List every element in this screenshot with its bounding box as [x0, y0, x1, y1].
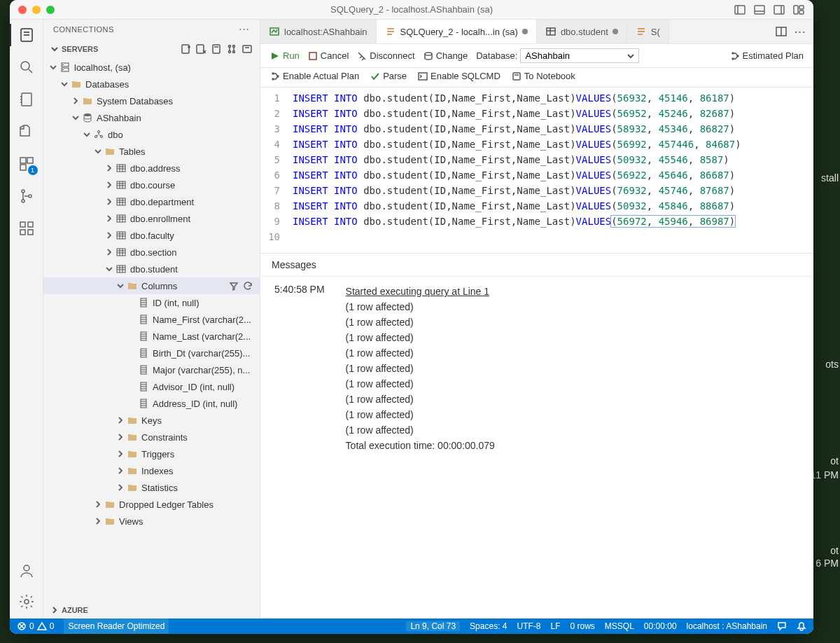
tree-item[interactable]: System Databases [43, 92, 260, 109]
tree-item[interactable]: Views [43, 513, 260, 530]
to-notebook-button[interactable]: To Notebook [512, 71, 575, 81]
tree-item[interactable]: Name_First (varchar(2... [43, 311, 260, 328]
source-control-icon[interactable] [17, 186, 36, 206]
status-spaces[interactable]: Spaces: 4 [470, 621, 507, 631]
status-position[interactable]: Ln 9, Col 73 [406, 621, 460, 631]
azure-section[interactable]: AZURE [43, 602, 260, 618]
tree-label: Address_ID (int, null) [153, 399, 237, 409]
status-language[interactable]: MSSQL [605, 621, 634, 631]
tree-item[interactable]: dbo.student [43, 261, 260, 277]
title-layout-icons [734, 4, 805, 16]
connections-icon[interactable] [17, 25, 36, 45]
split-icon[interactable] [775, 25, 788, 38]
tree-item[interactable]: Constraints [43, 429, 260, 445]
status-eol[interactable]: LF [550, 621, 560, 631]
tree-item[interactable]: dbo.course [43, 177, 260, 193]
feedback-icon[interactable] [777, 621, 787, 631]
svg-rect-26 [20, 230, 25, 235]
status-rows[interactable]: 0 rows [570, 621, 595, 631]
tree-item[interactable]: Statistics [43, 479, 260, 496]
status-encoding[interactable]: UTF-8 [517, 621, 540, 631]
tree-item[interactable]: localhost, (sa) [43, 59, 260, 76]
run-button[interactable]: Run [270, 50, 300, 61]
tree-item[interactable]: Name_Last (varchar(2... [43, 328, 260, 345]
minimize-icon[interactable] [32, 6, 41, 14]
tree-item[interactable]: Tables [43, 143, 260, 160]
panel-left-icon[interactable] [734, 4, 746, 16]
new-query-icon[interactable] [195, 43, 206, 55]
tab-query[interactable]: SQLQuery_2 - localh...in (sa) [377, 20, 537, 43]
chevron-right-icon [104, 247, 115, 257]
collapse-icon[interactable] [241, 43, 253, 55]
panel-right-icon[interactable] [773, 4, 785, 16]
tree-item[interactable]: AShahbain [43, 109, 260, 126]
notebooks-icon[interactable] [17, 90, 36, 109]
extensions-icon[interactable]: 1 [17, 154, 36, 174]
tree-item[interactable]: Databases [43, 76, 260, 92]
database-input[interactable] [520, 48, 639, 63]
disconnect-button[interactable]: Disconnect [357, 50, 414, 61]
filter-icon[interactable] [229, 281, 239, 291]
sqlcmd-button[interactable]: Enable SQLCMD [418, 71, 500, 81]
servers-section[interactable]: SERVERS [43, 39, 260, 59]
actual-plan-button[interactable]: Enable Actual Plan [270, 71, 359, 81]
layout-icon[interactable] [792, 4, 805, 16]
modified-dot-icon [612, 29, 618, 34]
svg-rect-72 [117, 232, 125, 239]
tree-item[interactable]: Columns [43, 277, 260, 294]
messages-tab[interactable]: Messages [260, 254, 813, 277]
bell-icon[interactable] [797, 621, 806, 631]
code-editor[interactable]: 1INSERT INTO dbo.student(ID,Name_First,N… [260, 88, 813, 253]
search-icon[interactable] [17, 57, 36, 77]
tree-item[interactable]: Advisor_ID (int, null) [43, 378, 260, 395]
chevron-down-icon [59, 79, 70, 89]
estimated-plan-button[interactable]: Estimated Plan [730, 50, 804, 61]
tree-item[interactable]: Major (varchar(255), n... [43, 361, 260, 378]
tree-item[interactable]: Indexes [43, 462, 260, 479]
tree-item[interactable]: Triggers [43, 445, 260, 462]
account-icon[interactable] [17, 561, 36, 581]
message-link[interactable]: Started executing query at Line 1 [346, 284, 495, 299]
settings-icon[interactable] [17, 592, 36, 611]
refresh-icon[interactable] [243, 281, 253, 291]
status-problems[interactable]: 00 [17, 621, 54, 631]
explorer-icon[interactable] [17, 122, 36, 141]
deploy-icon[interactable] [226, 43, 237, 55]
change-connection-button[interactable]: Change [424, 50, 468, 61]
new-notebook-icon[interactable] [211, 43, 222, 55]
maximize-icon[interactable] [46, 6, 55, 14]
tab-dashboard[interactable]: localhost:AShahbain [260, 20, 377, 43]
tree-item[interactable]: dbo.department [43, 193, 260, 210]
cancel-button[interactable]: Cancel [308, 50, 349, 61]
modified-dot-icon [522, 29, 528, 34]
tab-more-icon[interactable]: ··· [794, 27, 806, 37]
tree-label: localhost, (sa) [74, 62, 131, 73]
tree-item[interactable]: Birth_Dt (varchar(255)... [43, 345, 260, 361]
tab-extra[interactable]: S( [627, 20, 669, 43]
svg-point-133 [272, 73, 274, 74]
new-connection-icon[interactable] [180, 43, 191, 55]
tree-item[interactable]: dbo.enrollment [43, 210, 260, 227]
tree-item[interactable]: Keys [43, 412, 260, 429]
more-icon[interactable]: ··· [239, 25, 250, 34]
tree-item[interactable]: dbo.address [43, 160, 260, 177]
svg-rect-137 [513, 73, 520, 80]
svg-rect-62 [117, 198, 125, 205]
tree-item[interactable]: dbo.faculty [43, 227, 260, 244]
status-connection[interactable]: localhost : AShahbain [687, 621, 767, 631]
panel-bottom-icon[interactable] [753, 4, 766, 16]
parse-button[interactable]: Parse [370, 71, 407, 81]
tree-item[interactable]: dbo.section [43, 244, 260, 261]
svg-rect-27 [28, 230, 33, 235]
tree-item[interactable]: Address_ID (int, null) [43, 395, 260, 412]
tree-item[interactable]: ID (int, null) [43, 294, 260, 311]
tree-label: Tables [119, 146, 146, 157]
tree-item[interactable]: dbo [43, 126, 260, 143]
status-screen-reader[interactable]: Screen Reader Optimized [64, 618, 169, 634]
widgets-icon[interactable] [17, 219, 36, 238]
tree-item[interactable]: Dropped Ledger Tables [43, 496, 260, 513]
status-time[interactable]: 00:00:00 [644, 621, 677, 631]
tree-label: Name_Last (varchar(2... [153, 331, 251, 342]
tab-table[interactable]: dbo.student [537, 20, 627, 43]
close-icon[interactable] [18, 6, 27, 14]
